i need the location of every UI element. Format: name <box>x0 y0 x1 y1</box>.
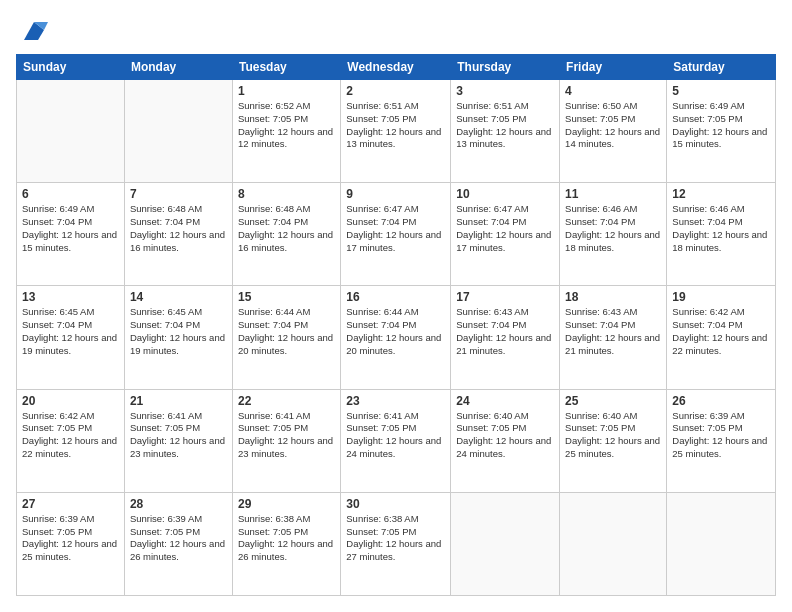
day-number: 4 <box>565 84 661 98</box>
calendar-cell: 23Sunrise: 6:41 AM Sunset: 7:05 PM Dayli… <box>341 389 451 492</box>
calendar-cell: 7Sunrise: 6:48 AM Sunset: 7:04 PM Daylig… <box>124 183 232 286</box>
day-number: 14 <box>130 290 227 304</box>
day-info: Sunrise: 6:46 AM Sunset: 7:04 PM Dayligh… <box>672 203 770 254</box>
day-info: Sunrise: 6:48 AM Sunset: 7:04 PM Dayligh… <box>238 203 335 254</box>
header <box>16 16 776 44</box>
day-info: Sunrise: 6:42 AM Sunset: 7:05 PM Dayligh… <box>22 410 119 461</box>
day-info: Sunrise: 6:47 AM Sunset: 7:04 PM Dayligh… <box>456 203 554 254</box>
weekday-wednesday: Wednesday <box>341 55 451 80</box>
day-number: 25 <box>565 394 661 408</box>
calendar-cell: 17Sunrise: 6:43 AM Sunset: 7:04 PM Dayli… <box>451 286 560 389</box>
day-info: Sunrise: 6:52 AM Sunset: 7:05 PM Dayligh… <box>238 100 335 151</box>
day-info: Sunrise: 6:47 AM Sunset: 7:04 PM Dayligh… <box>346 203 445 254</box>
day-number: 13 <box>22 290 119 304</box>
day-info: Sunrise: 6:39 AM Sunset: 7:05 PM Dayligh… <box>672 410 770 461</box>
weekday-thursday: Thursday <box>451 55 560 80</box>
day-number: 29 <box>238 497 335 511</box>
calendar-cell: 13Sunrise: 6:45 AM Sunset: 7:04 PM Dayli… <box>17 286 125 389</box>
day-info: Sunrise: 6:43 AM Sunset: 7:04 PM Dayligh… <box>565 306 661 357</box>
day-info: Sunrise: 6:43 AM Sunset: 7:04 PM Dayligh… <box>456 306 554 357</box>
day-number: 8 <box>238 187 335 201</box>
calendar-cell <box>124 80 232 183</box>
day-info: Sunrise: 6:51 AM Sunset: 7:05 PM Dayligh… <box>346 100 445 151</box>
calendar-cell: 14Sunrise: 6:45 AM Sunset: 7:04 PM Dayli… <box>124 286 232 389</box>
day-info: Sunrise: 6:44 AM Sunset: 7:04 PM Dayligh… <box>238 306 335 357</box>
calendar-cell: 16Sunrise: 6:44 AM Sunset: 7:04 PM Dayli… <box>341 286 451 389</box>
week-row-4: 20Sunrise: 6:42 AM Sunset: 7:05 PM Dayli… <box>17 389 776 492</box>
calendar-cell: 8Sunrise: 6:48 AM Sunset: 7:04 PM Daylig… <box>232 183 340 286</box>
calendar-cell: 26Sunrise: 6:39 AM Sunset: 7:05 PM Dayli… <box>667 389 776 492</box>
day-info: Sunrise: 6:50 AM Sunset: 7:05 PM Dayligh… <box>565 100 661 151</box>
calendar-cell: 28Sunrise: 6:39 AM Sunset: 7:05 PM Dayli… <box>124 492 232 595</box>
calendar-cell: 22Sunrise: 6:41 AM Sunset: 7:05 PM Dayli… <box>232 389 340 492</box>
calendar-cell: 9Sunrise: 6:47 AM Sunset: 7:04 PM Daylig… <box>341 183 451 286</box>
day-number: 19 <box>672 290 770 304</box>
weekday-sunday: Sunday <box>17 55 125 80</box>
calendar-cell: 21Sunrise: 6:41 AM Sunset: 7:05 PM Dayli… <box>124 389 232 492</box>
calendar-cell: 6Sunrise: 6:49 AM Sunset: 7:04 PM Daylig… <box>17 183 125 286</box>
day-number: 24 <box>456 394 554 408</box>
day-info: Sunrise: 6:44 AM Sunset: 7:04 PM Dayligh… <box>346 306 445 357</box>
day-info: Sunrise: 6:41 AM Sunset: 7:05 PM Dayligh… <box>346 410 445 461</box>
weekday-saturday: Saturday <box>667 55 776 80</box>
day-number: 27 <box>22 497 119 511</box>
calendar-cell: 12Sunrise: 6:46 AM Sunset: 7:04 PM Dayli… <box>667 183 776 286</box>
calendar-cell: 27Sunrise: 6:39 AM Sunset: 7:05 PM Dayli… <box>17 492 125 595</box>
day-number: 11 <box>565 187 661 201</box>
day-number: 23 <box>346 394 445 408</box>
day-number: 18 <box>565 290 661 304</box>
page: SundayMondayTuesdayWednesdayThursdayFrid… <box>0 0 792 612</box>
logo <box>16 16 48 44</box>
calendar-cell: 25Sunrise: 6:40 AM Sunset: 7:05 PM Dayli… <box>560 389 667 492</box>
day-info: Sunrise: 6:41 AM Sunset: 7:05 PM Dayligh… <box>130 410 227 461</box>
calendar-cell: 30Sunrise: 6:38 AM Sunset: 7:05 PM Dayli… <box>341 492 451 595</box>
weekday-tuesday: Tuesday <box>232 55 340 80</box>
day-number: 15 <box>238 290 335 304</box>
calendar-cell: 29Sunrise: 6:38 AM Sunset: 7:05 PM Dayli… <box>232 492 340 595</box>
day-number: 6 <box>22 187 119 201</box>
calendar-cell <box>451 492 560 595</box>
day-info: Sunrise: 6:48 AM Sunset: 7:04 PM Dayligh… <box>130 203 227 254</box>
day-info: Sunrise: 6:39 AM Sunset: 7:05 PM Dayligh… <box>22 513 119 564</box>
calendar-cell: 19Sunrise: 6:42 AM Sunset: 7:04 PM Dayli… <box>667 286 776 389</box>
day-number: 1 <box>238 84 335 98</box>
calendar-cell: 20Sunrise: 6:42 AM Sunset: 7:05 PM Dayli… <box>17 389 125 492</box>
calendar-cell: 24Sunrise: 6:40 AM Sunset: 7:05 PM Dayli… <box>451 389 560 492</box>
day-info: Sunrise: 6:38 AM Sunset: 7:05 PM Dayligh… <box>346 513 445 564</box>
week-row-5: 27Sunrise: 6:39 AM Sunset: 7:05 PM Dayli… <box>17 492 776 595</box>
week-row-3: 13Sunrise: 6:45 AM Sunset: 7:04 PM Dayli… <box>17 286 776 389</box>
day-info: Sunrise: 6:39 AM Sunset: 7:05 PM Dayligh… <box>130 513 227 564</box>
calendar-cell: 11Sunrise: 6:46 AM Sunset: 7:04 PM Dayli… <box>560 183 667 286</box>
calendar-cell: 1Sunrise: 6:52 AM Sunset: 7:05 PM Daylig… <box>232 80 340 183</box>
day-number: 30 <box>346 497 445 511</box>
calendar-cell: 4Sunrise: 6:50 AM Sunset: 7:05 PM Daylig… <box>560 80 667 183</box>
day-number: 26 <box>672 394 770 408</box>
day-number: 21 <box>130 394 227 408</box>
day-number: 2 <box>346 84 445 98</box>
day-number: 3 <box>456 84 554 98</box>
calendar-cell: 2Sunrise: 6:51 AM Sunset: 7:05 PM Daylig… <box>341 80 451 183</box>
day-info: Sunrise: 6:40 AM Sunset: 7:05 PM Dayligh… <box>456 410 554 461</box>
calendar-cell: 15Sunrise: 6:44 AM Sunset: 7:04 PM Dayli… <box>232 286 340 389</box>
day-info: Sunrise: 6:46 AM Sunset: 7:04 PM Dayligh… <box>565 203 661 254</box>
day-number: 12 <box>672 187 770 201</box>
calendar-cell <box>17 80 125 183</box>
calendar-cell: 3Sunrise: 6:51 AM Sunset: 7:05 PM Daylig… <box>451 80 560 183</box>
day-info: Sunrise: 6:42 AM Sunset: 7:04 PM Dayligh… <box>672 306 770 357</box>
logo-icon <box>20 16 48 44</box>
day-number: 16 <box>346 290 445 304</box>
week-row-1: 1Sunrise: 6:52 AM Sunset: 7:05 PM Daylig… <box>17 80 776 183</box>
day-number: 5 <box>672 84 770 98</box>
day-number: 28 <box>130 497 227 511</box>
calendar-cell <box>667 492 776 595</box>
calendar: SundayMondayTuesdayWednesdayThursdayFrid… <box>16 54 776 596</box>
calendar-cell: 10Sunrise: 6:47 AM Sunset: 7:04 PM Dayli… <box>451 183 560 286</box>
day-info: Sunrise: 6:49 AM Sunset: 7:05 PM Dayligh… <box>672 100 770 151</box>
day-number: 20 <box>22 394 119 408</box>
day-info: Sunrise: 6:45 AM Sunset: 7:04 PM Dayligh… <box>22 306 119 357</box>
day-info: Sunrise: 6:45 AM Sunset: 7:04 PM Dayligh… <box>130 306 227 357</box>
calendar-cell: 18Sunrise: 6:43 AM Sunset: 7:04 PM Dayli… <box>560 286 667 389</box>
day-info: Sunrise: 6:49 AM Sunset: 7:04 PM Dayligh… <box>22 203 119 254</box>
calendar-cell <box>560 492 667 595</box>
day-info: Sunrise: 6:41 AM Sunset: 7:05 PM Dayligh… <box>238 410 335 461</box>
